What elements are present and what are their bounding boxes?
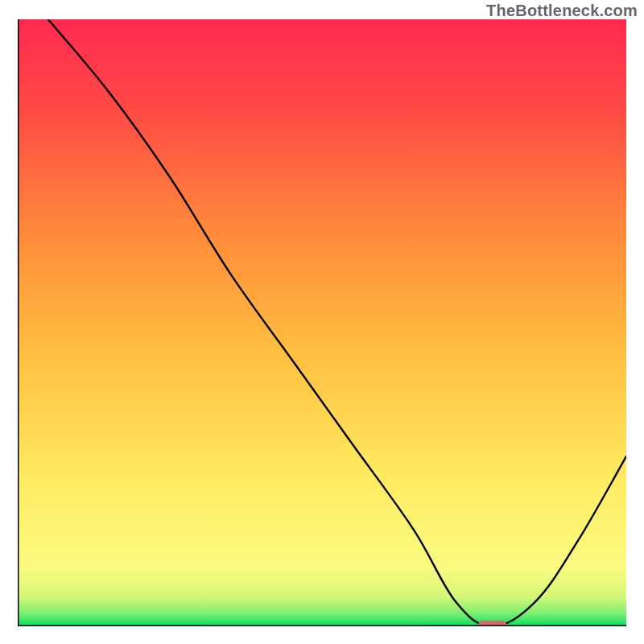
chart-container: TheBottleneck.com — [0, 0, 644, 644]
chart-svg — [18, 19, 626, 626]
gradient-background — [18, 19, 626, 626]
watermark-text: TheBottleneck.com — [486, 2, 638, 20]
chart-plot-area — [18, 19, 626, 626]
